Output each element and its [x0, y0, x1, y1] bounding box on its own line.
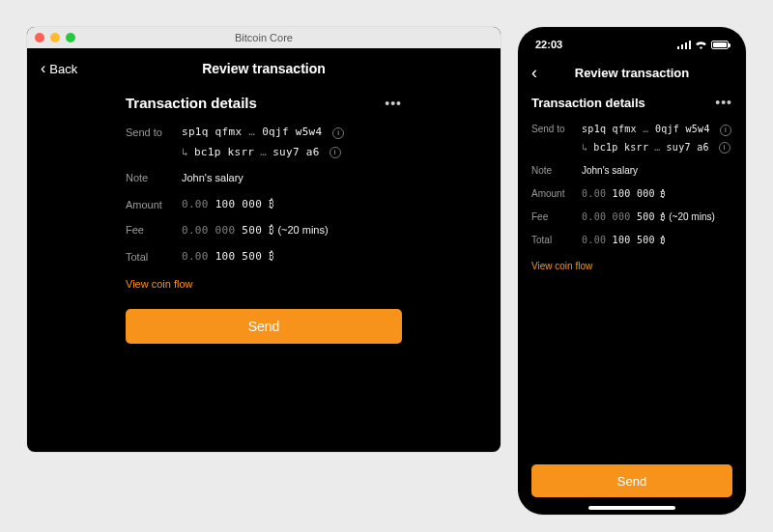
- section-title: Transaction details: [126, 95, 257, 111]
- transaction-details: Transaction details ••• Send to sp1q qfm…: [27, 95, 501, 344]
- status-time: 22:03: [535, 39, 562, 50]
- sub-address-icon: ↳: [582, 140, 587, 154]
- view-coin-flow-link[interactable]: View coin flow: [126, 278, 193, 290]
- value-note: John's salary: [182, 170, 243, 187]
- desktop-window: Bitcoin Core ‹ Back Review transaction T…: [27, 27, 501, 452]
- row-send-to: Send to sp1q qfmx … 0qjf w5w4 i ↳ bc1p k…: [126, 125, 402, 160]
- label-amount: Amount: [531, 186, 582, 201]
- more-options-icon[interactable]: •••: [385, 96, 402, 111]
- info-icon[interactable]: i: [719, 142, 730, 154]
- label-fee: Fee: [126, 222, 182, 239]
- page-title: Review transaction: [27, 61, 501, 76]
- more-options-icon[interactable]: •••: [715, 95, 732, 110]
- window-title: Bitcoin Core: [27, 32, 501, 43]
- battery-icon: [711, 41, 729, 49]
- info-icon[interactable]: i: [329, 147, 341, 158]
- value-amount: 0.00 100 000 ₿: [182, 197, 274, 213]
- svg-rect-3: [689, 41, 691, 49]
- svg-rect-2: [685, 42, 687, 49]
- info-icon[interactable]: i: [332, 127, 344, 139]
- row-total: Total 0.00 100 500 ₿: [126, 249, 402, 266]
- label-total: Total: [126, 249, 182, 266]
- row-fee: Fee 0.00 000 500 ₿ (~20 mins): [531, 210, 732, 224]
- value-amount: 0.00 100 000 ₿: [582, 186, 667, 201]
- label-send-to: Send to: [531, 122, 582, 154]
- value-send-to: sp1q qfmx … 0qjf w5w4 i ↳ bc1p ksrr … su…: [182, 125, 344, 160]
- label-note: Note: [126, 170, 182, 187]
- row-fee: Fee 0.00 000 500 ₿ (~20 mins): [126, 222, 402, 239]
- home-indicator[interactable]: [588, 506, 675, 510]
- value-note: John's salary: [582, 163, 638, 178]
- wifi-icon: [695, 41, 707, 49]
- row-note: Note John's salary: [126, 170, 402, 187]
- mobile-frame: 22:03 ‹ Review transaction Transaction d…: [518, 27, 746, 515]
- svg-rect-0: [677, 46, 679, 49]
- info-icon[interactable]: i: [720, 125, 731, 136]
- section-title: Transaction details: [531, 96, 645, 110]
- label-amount: Amount: [126, 197, 182, 213]
- value-total: 0.00 100 500 ₿: [182, 249, 274, 266]
- send-button[interactable]: Send: [531, 464, 732, 497]
- label-fee: Fee: [531, 210, 582, 224]
- page-title: Review transaction: [518, 66, 746, 80]
- row-amount: Amount 0.00 100 000 ₿: [531, 186, 732, 201]
- page-header: ‹ Review transaction: [518, 56, 746, 91]
- row-amount: Amount 0.00 100 000 ₿: [126, 197, 402, 213]
- send-button[interactable]: Send: [126, 309, 402, 344]
- value-send-to: sp1q qfmx … 0qjf w5w4 i ↳ bc1p ksrr … su…: [582, 122, 731, 154]
- page-header: ‹ Back Review transaction: [27, 48, 501, 89]
- value-fee: 0.00 000 500 ₿ (~20 mins): [182, 222, 329, 239]
- value-fee: 0.00 000 500 ₿ (~20 mins): [582, 210, 715, 224]
- window-titlebar: Bitcoin Core: [27, 27, 501, 48]
- label-total: Total: [531, 233, 582, 247]
- signal-icon: [677, 41, 691, 49]
- view-coin-flow-link[interactable]: View coin flow: [531, 261, 592, 271]
- transaction-details: Transaction details ••• Send to sp1q qfm…: [518, 95, 746, 273]
- status-bar: 22:03: [518, 27, 746, 56]
- label-note: Note: [531, 163, 582, 178]
- value-total: 0.00 100 500 ₿: [582, 233, 667, 247]
- row-send-to: Send to sp1q qfmx … 0qjf w5w4 i ↳ bc1p k…: [531, 122, 732, 154]
- sub-address-icon: ↳: [182, 145, 188, 161]
- row-note: Note John's salary: [531, 163, 732, 178]
- row-total: Total 0.00 100 500 ₿: [531, 233, 732, 247]
- svg-rect-1: [681, 44, 683, 49]
- label-send-to: Send to: [126, 125, 182, 160]
